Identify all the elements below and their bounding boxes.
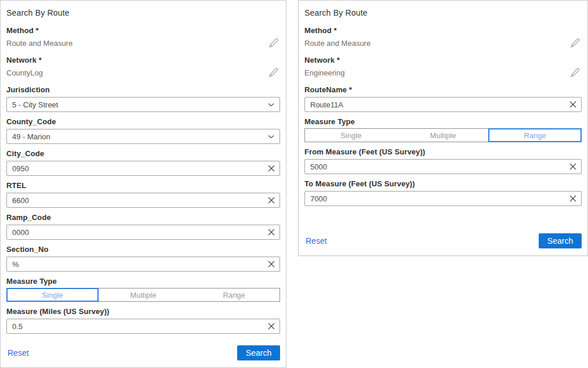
rtel-input[interactable]: [6, 193, 280, 208]
measure-type-field: Measure Type Single Multiple Range: [6, 277, 280, 302]
measure-type-label: Measure Type: [304, 117, 582, 126]
search-button[interactable]: Search: [237, 345, 280, 360]
network-value: Engineering: [304, 68, 344, 77]
network-value: CountyLog: [6, 68, 43, 77]
pencil-icon: [570, 38, 580, 48]
to-measure-label: To Measure (Feet (US Survey)): [304, 179, 582, 188]
method-edit-button[interactable]: [570, 38, 580, 48]
measure-type-field: Measure Type Single Multiple Range: [304, 117, 582, 142]
search-button[interactable]: Search: [539, 233, 582, 248]
rtel-label: RTEL: [6, 181, 280, 190]
from-measure-field: From Measure (Feet (US Survey)): [304, 147, 582, 174]
measure-type-label: Measure Type: [6, 277, 280, 286]
reset-link[interactable]: Reset: [8, 348, 29, 358]
measure-type-option-multiple[interactable]: Multiple: [397, 129, 489, 142]
county-code-selected-value: 49 - Marion: [12, 132, 50, 141]
ramp-code-input[interactable]: [6, 225, 280, 240]
measure-field: Measure (Miles (US Survey)): [6, 307, 280, 334]
panel-footer: Reset Search: [304, 229, 582, 248]
reset-link[interactable]: Reset: [306, 236, 327, 246]
to-measure-input[interactable]: [304, 191, 582, 206]
method-field: Method * Route and Measure: [6, 26, 280, 50]
search-by-route-panel-right: Search By Route Method * Route and Measu…: [298, 0, 588, 256]
measure-input[interactable]: [6, 319, 280, 334]
jurisdiction-field: Jurisdiction 5 - City Street: [6, 85, 280, 112]
x-icon[interactable]: [569, 194, 577, 203]
x-icon[interactable]: [267, 260, 275, 268]
from-measure-input[interactable]: [304, 159, 582, 174]
jurisdiction-selected-value: 5 - City Street: [12, 100, 58, 109]
measure-type-option-multiple[interactable]: Multiple: [98, 288, 189, 301]
county-code-field: County_Code 49 - Marion: [6, 117, 280, 144]
network-field: Network * CountyLog: [6, 56, 280, 80]
county-code-label: County_Code: [6, 117, 280, 126]
chevron-down-icon: [268, 103, 274, 107]
measure-type-option-range[interactable]: Range: [188, 288, 280, 301]
search-by-route-panel-left: Search By Route Method * Route and Measu…: [0, 0, 286, 368]
section-no-label: Section_No: [6, 245, 280, 254]
route-name-input[interactable]: [304, 97, 582, 112]
measure-type-option-single[interactable]: Single: [7, 288, 98, 301]
ramp-code-label: Ramp_Code: [6, 213, 280, 222]
jurisdiction-select[interactable]: 5 - City Street: [6, 97, 280, 112]
measure-type-option-range[interactable]: Range: [489, 129, 581, 142]
x-icon[interactable]: [267, 322, 275, 330]
pencil-icon: [268, 67, 279, 78]
panel-footer: Reset Search: [6, 341, 280, 360]
x-icon[interactable]: [267, 228, 275, 236]
method-label: Method *: [304, 26, 582, 35]
network-label: Network *: [6, 56, 280, 64]
network-label: Network *: [304, 56, 582, 64]
city-code-label: City_Code: [6, 149, 280, 158]
measure-type-segmented-control: Single Multiple Range: [304, 128, 582, 142]
measure-label: Measure (Miles (US Survey)): [6, 307, 280, 316]
x-icon[interactable]: [267, 196, 275, 204]
section-no-field: Section_No: [6, 245, 280, 272]
x-icon[interactable]: [267, 164, 275, 172]
route-name-label: RouteName *: [304, 85, 582, 94]
county-code-select[interactable]: 49 - Marion: [6, 129, 280, 144]
method-label: Method *: [6, 26, 280, 35]
section-no-input[interactable]: [6, 257, 280, 272]
pencil-icon: [570, 67, 580, 78]
to-measure-field: To Measure (Feet (US Survey)): [304, 179, 582, 206]
method-value: Route and Measure: [6, 39, 72, 48]
method-edit-button[interactable]: [268, 38, 279, 48]
measure-type-option-single[interactable]: Single: [305, 129, 397, 142]
network-edit-button[interactable]: [268, 67, 279, 78]
x-icon[interactable]: [569, 100, 577, 109]
panel-title: Search By Route: [6, 8, 280, 17]
from-measure-label: From Measure (Feet (US Survey)): [304, 147, 582, 156]
x-icon[interactable]: [569, 163, 577, 171]
city-code-input[interactable]: [6, 161, 280, 176]
pencil-icon: [268, 38, 279, 48]
method-value: Route and Measure: [304, 39, 371, 48]
chevron-down-icon: [268, 135, 274, 139]
city-code-field: City_Code: [6, 149, 280, 176]
method-field: Method * Route and Measure: [304, 26, 582, 50]
jurisdiction-label: Jurisdiction: [6, 85, 280, 94]
rtel-field: RTEL: [6, 181, 280, 208]
ramp-code-field: Ramp_Code: [6, 213, 280, 240]
route-name-field: RouteName *: [304, 85, 582, 112]
panel-title: Search By Route: [304, 8, 582, 17]
network-field: Network * Engineering: [304, 56, 582, 80]
measure-type-segmented-control: Single Multiple Range: [6, 288, 280, 302]
network-edit-button[interactable]: [570, 67, 580, 78]
